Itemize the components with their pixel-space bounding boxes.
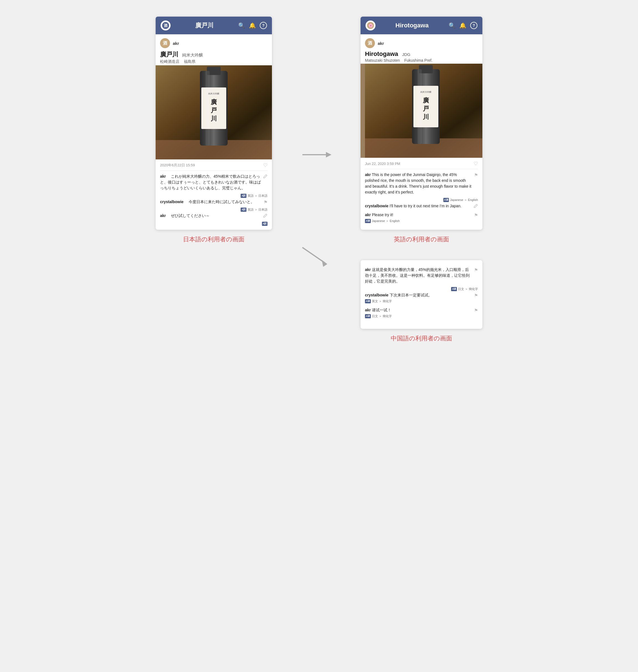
- flag-icon-3-en[interactable]: ⚑: [474, 212, 478, 218]
- flag-icon-2-ja[interactable]: ⚑: [264, 200, 268, 205]
- sake-subtitle-ja: 松崎酒造店 福島県: [160, 59, 268, 64]
- timestamp-row-en: Jun 22, 2020 3:59 PM ♡: [365, 158, 478, 169]
- translate-row-3-zh: A译 日文 ＞ 簡化字: [365, 314, 472, 318]
- app-content-ja: 酒 akr 廣戸川 純米大吟醸 松崎酒造店 福島県: [156, 34, 272, 64]
- timestamp-section-en: Jun 22, 2020 3:59 PM ♡ akr This is the p…: [360, 158, 482, 230]
- flag-icon-1-zh[interactable]: ⚑: [474, 268, 478, 273]
- sake-title-ja: 廣戸川 純米大吟醸: [160, 50, 268, 59]
- comment-text-3-en: akr Please try it!: [365, 212, 472, 218]
- english-section: 🌸 Hirotogawa 🔍 🔔 ?: [360, 17, 482, 244]
- svg-text:純米大吟醸: 純米大吟醸: [208, 92, 219, 95]
- right-column: 🌸 Hirotogawa 🔍 🔔 ?: [360, 17, 482, 343]
- svg-text:酒: 酒: [368, 41, 372, 46]
- comment-user-1-zh: akr: [365, 268, 371, 272]
- translate-icon-2-zh: A译: [365, 299, 371, 303]
- bell-icon-en[interactable]: 🔔: [459, 22, 466, 29]
- comment-item-1-zh: akr 这就是俊美大吟酿的力量，45%的抛光米，入口顺滑，后劲十足，美不胜收。这…: [365, 267, 478, 284]
- translate-row-1-ja: A訳 英語 ＞ 日本語: [160, 194, 268, 198]
- comment-user-3-en: akr: [365, 212, 371, 217]
- comment-item-2-zh: crystalbowie 下次来日本一定要试试。 A译 英文 ＞ 簡化字 ⚑: [365, 292, 478, 305]
- arrow-horizontal: [300, 148, 333, 162]
- translate-row-3-en: A译 Japanese ＞ English: [365, 219, 472, 223]
- translate-text-3-en: Japanese ＞ English: [372, 219, 400, 223]
- bell-icon-ja[interactable]: 🔔: [249, 22, 256, 29]
- translate-row-1-zh: A译 日文 ＞ 簡化字: [365, 287, 478, 291]
- edit-icon-3-ja[interactable]: [263, 213, 268, 219]
- header-icons-ja: 🔍 🔔 ?: [238, 22, 267, 29]
- app-header-en: 🌸 Hirotogawa 🔍 🔔 ?: [360, 17, 482, 34]
- svg-marker-17: [322, 260, 327, 267]
- flag-icon-2-zh[interactable]: ⚑: [474, 293, 478, 298]
- user-avatar-en: 酒: [365, 38, 375, 48]
- header-icons-en: 🔍 🔔 ?: [449, 22, 477, 29]
- svg-text:戸: 戸: [211, 107, 217, 114]
- japanese-user-card: 酒 廣戸川 🔍 🔔 ? 酒: [156, 17, 272, 230]
- translate-text-1-zh: 日文 ＞ 簡化字: [458, 287, 478, 291]
- comments-section-en: akr This is the power of the Junmai Daig…: [365, 169, 478, 230]
- heart-icon-en[interactable]: ♡: [473, 160, 478, 167]
- translate-icon-3-en: A译: [365, 219, 371, 223]
- comment-user-3-ja: akr: [160, 213, 166, 218]
- chinese-section: akr 这就是俊美大吟酿的力量，45%的抛光米，入口顺滑，后劲十足，美不胜收。这…: [360, 260, 482, 343]
- comment-text-3-ja: akr ぜひ試してください～: [160, 213, 261, 219]
- comment-item-3-ja: akr ぜひ試してください～: [160, 213, 268, 219]
- app-header-ja: 酒 廣戸川 🔍 🔔 ?: [156, 17, 272, 34]
- svg-rect-31: [418, 69, 422, 144]
- comment-user-2-en: crystalbowie: [365, 204, 388, 208]
- comment-text-2-zh: crystalbowie 下次来日本一定要试试。: [365, 292, 472, 298]
- comment-user-2-ja: crystalbowie: [160, 200, 184, 204]
- edit-icon-2-en[interactable]: [473, 204, 478, 209]
- translate-icon-1-zh: A译: [451, 287, 457, 291]
- comments-section-zh: akr 这就是俊美大吟酿的力量，45%的抛光米，入口顺滑，后劲十足，美不胜收。这…: [365, 264, 478, 325]
- search-icon-ja[interactable]: 🔍: [238, 22, 245, 29]
- translate-icon-main-en: A译: [443, 198, 449, 202]
- comment-item-2-ja: crystalbowie 今度日本に来た時に試してみないと。 ⚑: [160, 199, 268, 205]
- comment-content-3-zh: akr 请试一试！ A译 日文 ＞ 簡化字: [365, 307, 472, 320]
- svg-text:酒: 酒: [163, 41, 168, 46]
- comment-text-1-zh: akr 这就是俊美大吟酿的力量，45%的抛光米，入口顺滑，后劲十足，美不胜收。这…: [365, 267, 472, 284]
- bottle-image-ja: 廣 戸 川 純米大吟醸: [156, 65, 272, 159]
- comment-text-2-en: crystalbowie I'll have to try it out nex…: [365, 203, 471, 209]
- flag-icon-main-en[interactable]: ⚑: [474, 172, 478, 178]
- search-icon-en[interactable]: 🔍: [449, 22, 455, 29]
- comment-text-2-ja: crystalbowie 今度日本に来た時に試してみないと。: [160, 199, 262, 205]
- sake-title-en: Hirotogawa JDG: [365, 50, 478, 57]
- comment-content-3-en: akr Please try it! A译 Japanese ＞ English: [365, 212, 472, 224]
- heart-icon-ja[interactable]: ♡: [263, 162, 268, 168]
- help-icon-ja[interactable]: ?: [260, 22, 267, 29]
- translate-icon-1-ja: A訳: [241, 194, 247, 198]
- arrows-container: [300, 17, 333, 343]
- flag-icon-3-zh[interactable]: ⚑: [474, 308, 478, 313]
- timestamp-ja: 2020年6月22日 15:59: [160, 163, 195, 168]
- user-row-ja: 酒 akr: [160, 38, 268, 48]
- translate-text-1-ja: 英語 ＞ 日本語: [248, 194, 268, 198]
- app-logo-ja: 酒: [161, 20, 171, 31]
- chinese-user-card: akr 这就是俊美大吟酿的力量，45%的抛光米，入口顺滑，后劲十足，美不胜收。这…: [360, 260, 482, 329]
- bottle-image-en: 廣 戸 川 純米大吟醸: [360, 64, 482, 158]
- translate-icon-3-zh: A译: [365, 314, 371, 318]
- sake-subtitle-en: Matsuzaki Shuzoten Fukushima Pref.: [365, 58, 478, 63]
- translate-row-2-zh: A译 英文 ＞ 簡化字: [365, 299, 472, 303]
- translate-icon-2-ja: A訳: [241, 208, 247, 212]
- username-ja: akr: [173, 41, 179, 46]
- comment-user-main-en: akr: [365, 172, 371, 177]
- svg-text:川: 川: [211, 115, 217, 122]
- right-top-caption: 英語の利用者の画面: [360, 235, 482, 244]
- edit-icon-1-ja[interactable]: [263, 174, 268, 179]
- svg-rect-13: [205, 71, 209, 145]
- comment-user-3-zh: akr: [365, 308, 371, 312]
- content-en: 酒 akr Hirotogawa JDG Matsuzaki Shuzoten …: [360, 34, 482, 63]
- help-icon-en[interactable]: ?: [470, 22, 477, 29]
- comment-text-3-zh: akr 请试一试！: [365, 307, 472, 313]
- app-logo-en: 🌸: [366, 20, 375, 31]
- main-wrapper: 酒 廣戸川 🔍 🔔 ? 酒: [156, 17, 482, 343]
- translate-row-main-en: A译 Japanese ＞ English: [365, 198, 478, 202]
- comment-text-main-en: akr This is the power of the Junmai Daig…: [365, 172, 472, 195]
- header-title-ja: 廣戸川: [171, 21, 238, 30]
- svg-text:🌸: 🌸: [368, 23, 373, 28]
- svg-text:廣: 廣: [211, 99, 217, 105]
- comment-item-main-en: akr This is the power of the Junmai Daig…: [365, 172, 478, 195]
- right-bottom-caption: 中国語の利用者の画面: [360, 334, 482, 343]
- comment-user-1-ja: akr: [160, 174, 166, 178]
- comment-item-3-zh: akr 请试一试！ A译 日文 ＞ 簡化字 ⚑: [365, 307, 478, 320]
